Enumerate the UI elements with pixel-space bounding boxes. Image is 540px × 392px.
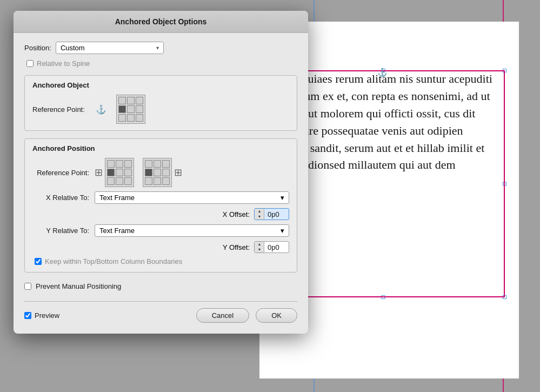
x-relative-chevron-icon: ▾ [281,194,284,202]
ref-dot-mr[interactable] [136,105,143,113]
pos-ref-bl[interactable] [107,177,115,185]
preview-row: Preview [24,311,59,320]
prevent-manual-label: Prevent Manual Positioning [36,282,121,290]
position-chevron-down-icon: ▾ [156,45,159,51]
ref-dot-tc[interactable] [127,97,135,104]
position-select[interactable]: Custom ▾ [56,42,164,54]
x-relative-row: X Relative To: Text Frame ▾ [32,191,289,204]
y-offset-value: 0p0 [264,242,289,253]
y-offset-spinner[interactable]: ▴ ▾ 0p0 [254,241,289,253]
dual-ref-grid: ⊞ [95,158,182,187]
prevent-manual-row: Prevent Manual Positioning [24,280,297,290]
position-label: Position: [24,44,51,52]
ref-dot-br[interactable] [136,114,143,122]
pos-ref2-mc[interactable] [154,169,161,176]
keep-within-label: Keep within Top/Bottom Column Boundaries [45,257,182,265]
ok-button[interactable]: OK [256,308,297,323]
relative-to-spine-row: Relative to Spine [24,59,297,68]
pos-ref-tc[interactable] [116,160,123,168]
x-offset-decrement-icon[interactable]: ▾ [255,214,264,220]
pos-ref2-bc[interactable] [154,177,161,185]
y-relative-value: Text Frame [99,227,135,235]
x-offset-spinner-arrows[interactable]: ▴ ▾ [255,209,264,220]
position-ref-grid-right[interactable] [143,158,172,187]
anchored-pos-ref-label: Reference Point: [32,169,95,177]
x-offset-increment-icon[interactable]: ▴ [255,209,264,214]
pos-ref2-mr[interactable] [162,169,170,176]
background: ⚓ Et eum quiaes rerum alitam nis suntur … [0,0,540,392]
prevent-manual-checkbox[interactable] [24,283,31,290]
ref-dot-ml[interactable] [118,105,126,113]
y-relative-row: Y Relative To: Text Frame ▾ [32,224,289,237]
pos-ref2-tc[interactable] [154,160,161,168]
ref-dot-tr[interactable] [136,97,143,104]
pos-ref-bc[interactable] [116,177,123,185]
pos-ref2-tl[interactable] [145,160,152,168]
y-offset-text-label: Y Offset: [223,243,250,251]
y-relative-select[interactable]: Text Frame ▾ [95,224,289,237]
x-offset-value: 0p0 [264,209,289,220]
preview-checkbox[interactable] [24,312,31,319]
anchored-object-ref-grid[interactable] [116,95,145,124]
pos-ref-ml[interactable] [107,169,115,176]
keep-within-checkbox[interactable] [35,258,42,265]
pos-ref-tl[interactable] [107,160,115,168]
y-offset-decrement-icon[interactable]: ▾ [255,247,264,253]
pos-ref-tr[interactable] [124,160,132,168]
x-relative-select[interactable]: Text Frame ▾ [95,191,289,204]
position-row: Position: Custom ▾ [24,42,297,54]
x-offset-text-label: X Offset: [223,210,250,218]
pos-ref2-ml[interactable] [145,169,152,176]
x-relative-value: Text Frame [99,194,135,202]
anchored-object-ref-label: Reference Point: [32,105,90,114]
relative-to-spine-checkbox[interactable] [26,60,34,67]
y-offset-increment-icon[interactable]: ▴ [255,242,264,247]
position-ref-grid-left[interactable] [105,158,134,187]
pos-ref2-tr[interactable] [162,160,170,168]
ref-dot-mc[interactable] [127,105,135,113]
pos-ref-mr[interactable] [124,169,132,176]
anchored-position-section: Anchored Position Reference Point: ⊞ [24,138,297,273]
pos-ref-br[interactable] [124,177,132,185]
x-offset-row: X Offset: ▴ ▾ 0p0 [32,208,289,220]
pos-ref2-br[interactable] [162,177,170,185]
y-relative-label: Y Relative To: [32,227,95,235]
anchored-pos-ref-row: Reference Point: ⊞ [32,158,289,187]
keep-within-row: Keep within Top/Bottom Column Boundaries [32,257,289,265]
x-offset-spinner[interactable]: ▴ ▾ 0p0 [254,208,289,220]
pos-ref2-bl[interactable] [145,177,152,185]
x-relative-label: X Relative To: [32,194,95,202]
dialog-title: Anchored Object Options [14,11,308,33]
cancel-button[interactable]: Cancel [196,308,249,323]
ref-dot-tl[interactable] [118,97,126,104]
anchored-object-section: Anchored Object Reference Point: ⚓ [24,75,297,131]
anchored-object-title: Anchored Object [32,81,289,89]
pos-ref-mc[interactable] [116,169,123,176]
dialog-body: Position: Custom ▾ Relative to Spine Anc… [14,33,308,334]
text-frame-icon-left: ⊞ [95,167,103,178]
ref-dot-bc[interactable] [127,114,135,122]
anchored-position-title: Anchored Position [32,144,289,152]
y-offset-row: Y Offset: ▴ ▾ 0p0 [32,241,289,253]
relative-to-spine-label: Relative to Spine [37,59,90,68]
y-relative-chevron-icon: ▾ [281,227,284,235]
ref-dot-bl[interactable] [118,114,126,122]
divider [24,301,297,302]
text-frame-icon-right: ⊞ [174,167,182,178]
y-offset-spinner-arrows[interactable]: ▴ ▾ [255,242,264,253]
anchored-object-ref-point-row: Reference Point: ⚓ [32,95,289,124]
anchored-object-options-dialog: Anchored Object Options Position: Custom… [14,11,308,334]
preview-label: Preview [35,311,59,320]
bottom-buttons-row: Preview Cancel OK [24,308,297,323]
position-value: Custom [61,44,85,52]
anchor-symbol-icon: ⚓ [96,104,106,115]
